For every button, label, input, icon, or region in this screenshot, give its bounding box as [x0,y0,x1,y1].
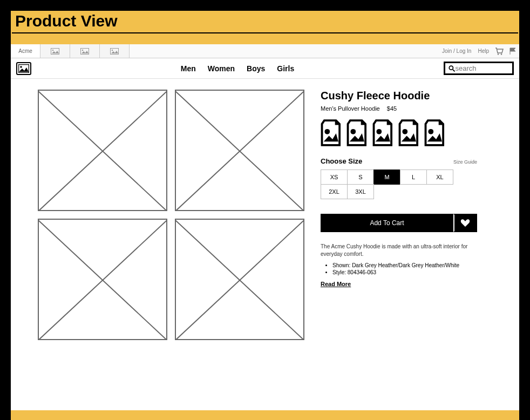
product-bullets: Shown: Dark Grey Heather/Dark Grey Heath… [321,262,477,275]
image-icon [110,48,119,55]
swatch-5[interactable] [424,119,447,146]
heart-icon [460,219,470,227]
size-s[interactable]: S [347,170,374,185]
tab-thumbnail-2[interactable] [70,44,100,58]
product-image-4[interactable] [175,219,304,340]
help-link[interactable]: Help [474,44,492,58]
svg-point-10 [449,66,453,70]
app-window: Acme Join / Log In Help [11,44,519,410]
size-xs[interactable]: XS [321,170,348,185]
svg-point-15 [402,129,407,134]
product-price: $45 [387,105,397,112]
cart-icon[interactable] [492,44,506,58]
main-nav: Men Women Boys Girls [11,58,519,79]
tab-acme[interactable]: Acme [11,44,40,58]
swatch-1[interactable] [321,119,343,146]
size-3xl[interactable]: 3XL [347,184,374,199]
size-selector: XS S M L XL 2XL 3XL [321,170,477,199]
image-icon [18,64,29,73]
svg-point-16 [428,129,433,134]
browser-tab-bar: Acme Join / Log In Help [11,44,519,58]
image-icon [51,48,59,55]
svg-point-1 [52,49,54,51]
nav-women[interactable]: Women [208,64,235,73]
nav-girls[interactable]: Girls [277,64,294,73]
swatch-4[interactable] [398,119,421,146]
svg-point-13 [350,129,356,134]
favorite-button[interactable] [453,214,477,232]
product-content: Cushy Fleece Hoodie Men's Pullover Hoodi… [11,79,519,340]
product-subtitle: Men's Pullover Hoodie [321,105,380,112]
svg-point-12 [324,129,330,134]
add-to-cart-button[interactable]: Add To Cart [321,214,453,232]
product-details: Cushy Fleece Hoodie Men's Pullover Hoodi… [321,90,477,340]
size-2xl[interactable]: 2XL [321,184,348,199]
product-image-3[interactable] [38,219,167,340]
choose-size-label: Choose Size [321,157,362,165]
search-box[interactable] [444,62,514,75]
swatch-3[interactable] [372,119,395,146]
nav-categories: Men Women Boys Girls [39,64,436,73]
nav-men[interactable]: Men [181,64,196,73]
header-divider [12,32,518,33]
svg-point-5 [112,49,113,51]
nav-boys[interactable]: Boys [247,64,265,73]
product-title: Cushy Fleece Hoodie [321,90,477,102]
page-header: Product View [11,11,519,32]
size-xl[interactable]: XL [426,170,453,185]
flag-icon[interactable] [506,44,519,58]
image-icon [80,48,89,55]
bullet-style: Style: 804346-063 [332,269,477,275]
size-l[interactable]: L [400,170,427,185]
product-subtitle-row: Men's Pullover Hoodie $45 [321,105,477,112]
size-guide-link[interactable]: Size Guide [453,159,477,165]
search-icon [449,65,455,72]
product-image-1[interactable] [38,90,167,211]
svg-point-3 [82,49,84,51]
svg-point-7 [501,53,502,55]
svg-point-9 [20,66,22,68]
image-gallery [38,90,304,340]
product-description: The Acme Cushy Hoodie is made with an ul… [321,243,477,258]
color-swatches [321,119,477,146]
product-image-2[interactable] [175,90,304,211]
svg-point-6 [498,53,499,55]
svg-line-11 [453,69,455,71]
bullet-shown: Shown: Dark Grey Heather/Dark Grey Heath… [332,262,477,268]
site-logo[interactable] [16,62,31,75]
swatch-2[interactable] [346,119,369,146]
join-login-link[interactable]: Join / Log In [439,44,474,58]
svg-point-14 [376,129,382,134]
read-more-link[interactable]: Read More [321,281,477,287]
size-m[interactable]: M [373,170,400,185]
tab-thumbnail-3[interactable] [100,44,130,58]
search-input[interactable] [455,64,509,72]
tab-thumbnail-1[interactable] [40,44,70,58]
